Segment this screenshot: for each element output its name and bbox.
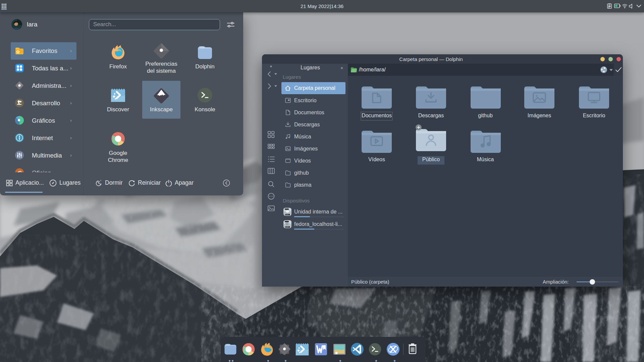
svg-text:z: z (100, 179, 101, 181)
svg-text:z: z (99, 180, 100, 183)
